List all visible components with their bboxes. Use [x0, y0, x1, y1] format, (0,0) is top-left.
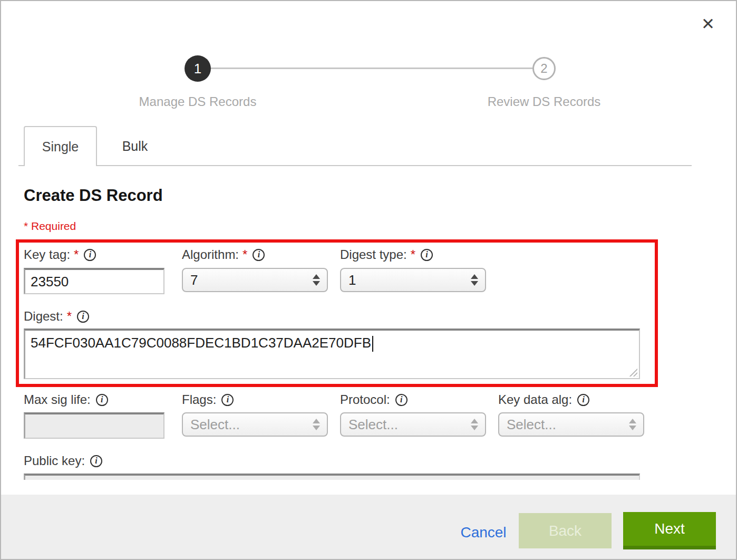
step-2-label: Review DS Records [465, 94, 623, 109]
required-asterisk: * [74, 247, 79, 262]
required-asterisk: * [411, 247, 415, 262]
info-icon[interactable]: i [96, 394, 108, 406]
flags-label: Flags: i [182, 392, 234, 407]
info-icon[interactable]: i [577, 394, 589, 406]
select-arrows-icon [471, 274, 478, 286]
tab-bar-divider [18, 165, 692, 166]
digest-textarea[interactable]: 54FCF030AA1C79C0088FDEC1BD1C37DAA2E70DFB [24, 329, 640, 379]
algorithm-label: Algorithm: * i [182, 247, 265, 262]
digest-type-label-text: Digest type: [340, 247, 407, 262]
digest-type-label: Digest type: * i [340, 247, 433, 262]
algorithm-selected-value: 7 [190, 272, 198, 288]
algorithm-label-text: Algorithm: [182, 247, 239, 262]
protocol-label-text: Protocol: [340, 392, 390, 407]
digest-label: Digest: * i [24, 309, 89, 324]
select-arrows-icon [471, 419, 478, 430]
required-note: * Required [24, 220, 76, 233]
info-icon[interactable]: i [221, 394, 234, 406]
select-arrows-icon [313, 419, 320, 430]
protocol-placeholder: Select... [348, 417, 398, 433]
key-tag-value: 23550 [31, 274, 69, 290]
page-title: Create DS Record [24, 186, 163, 205]
key-data-alg-placeholder: Select... [507, 417, 556, 433]
digest-label-text: Digest: [24, 309, 63, 324]
protocol-label: Protocol: i [340, 392, 408, 407]
required-asterisk: * [243, 247, 247, 262]
key-tag-input[interactable]: 23550 [24, 268, 164, 294]
key-tag-label-text: Key tag: [24, 247, 70, 262]
info-icon[interactable]: i [77, 311, 89, 323]
info-icon[interactable]: i [421, 249, 433, 261]
flags-placeholder: Select... [190, 417, 240, 433]
select-arrows-icon [313, 274, 320, 286]
public-key-label: Public key: i [24, 453, 102, 468]
key-tag-label: Key tag: * i [24, 247, 96, 262]
digest-value: 54FCF030AA1C79C0088FDEC1BD1C37DAA2E70DFB [31, 335, 371, 351]
max-sig-life-label-text: Max sig life: [24, 392, 91, 407]
tab-bulk[interactable]: Bulk [98, 127, 172, 165]
digest-type-select[interactable]: 1 [340, 268, 486, 292]
flags-select[interactable]: Select... [182, 412, 328, 437]
public-key-label-text: Public key: [24, 453, 85, 468]
step-1-label: Manage DS Records [119, 94, 277, 109]
key-data-alg-label: Key data alg: i [498, 392, 589, 407]
back-button[interactable]: Back [519, 513, 612, 548]
required-asterisk: * [67, 309, 72, 324]
select-arrows-icon [629, 419, 636, 430]
digest-type-selected-value: 1 [348, 272, 356, 288]
algorithm-select[interactable]: 7 [182, 268, 328, 292]
stepper-connector-line [211, 67, 532, 69]
next-button[interactable]: Next [623, 512, 716, 549]
tab-single[interactable]: Single [24, 126, 97, 166]
info-icon[interactable]: i [395, 394, 408, 406]
resize-handle-icon[interactable] [628, 368, 637, 376]
protocol-select[interactable]: Select... [340, 412, 486, 437]
info-icon[interactable]: i [90, 455, 102, 467]
close-icon[interactable]: ✕ [696, 13, 720, 36]
public-key-textarea[interactable] [24, 474, 640, 480]
cancel-button[interactable]: Cancel [449, 521, 518, 544]
step-2-indicator: 2 [532, 57, 556, 80]
step-1-indicator: 1 [185, 55, 211, 82]
text-caret [372, 336, 373, 352]
max-sig-life-input[interactable] [24, 412, 164, 439]
info-icon[interactable]: i [253, 249, 265, 261]
flags-label-text: Flags: [182, 392, 216, 407]
create-ds-record-dialog: ✕ 1 2 Manage DS Records Review DS Record… [0, 0, 737, 560]
info-icon[interactable]: i [84, 249, 96, 261]
key-data-alg-label-text: Key data alg: [498, 392, 572, 407]
key-data-alg-select[interactable]: Select... [498, 412, 644, 437]
max-sig-life-label: Max sig life: i [24, 392, 108, 407]
